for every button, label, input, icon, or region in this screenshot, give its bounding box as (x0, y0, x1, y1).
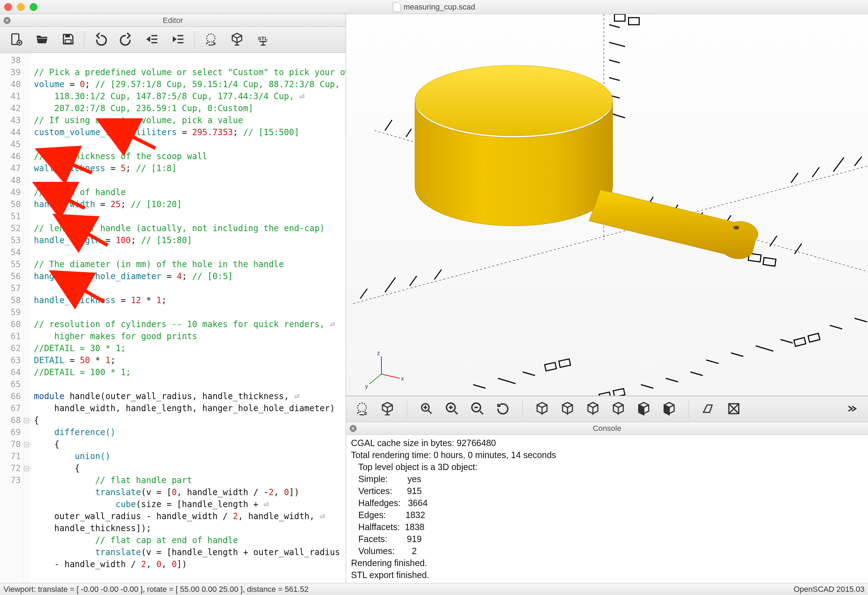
stl-icon: STL (256, 32, 270, 47)
code-line[interactable]: { (34, 438, 346, 450)
code-line[interactable]: //DETAIL = 100 * 1; (34, 366, 346, 379)
code-line[interactable] (34, 246, 346, 258)
code-line[interactable]: handle_length = 100; // [15:80] (34, 234, 346, 246)
open-button[interactable] (30, 29, 55, 50)
ortho-icon (726, 401, 741, 417)
console-line: Facets: 919 (351, 533, 863, 545)
code-line[interactable]: - handle_width / 2, 0, 0]) (34, 558, 346, 570)
code-line[interactable]: // flat handle part (34, 474, 346, 486)
code-line[interactable] (34, 174, 346, 186)
code-line[interactable] (34, 379, 346, 390)
close-console-icon[interactable]: ✕ (350, 425, 357, 432)
code-line[interactable]: difference() (34, 426, 346, 438)
svg-line-31 (406, 129, 411, 137)
code-line[interactable]: handle_thickness = 12 * 1; (34, 294, 346, 306)
perspective-button[interactable] (699, 399, 718, 418)
code-line[interactable]: // width of handle (34, 186, 346, 198)
zoom-fit-icon (419, 401, 434, 417)
code-line[interactable]: // The thickness of the scoop wall (34, 150, 346, 162)
code-line[interactable]: // length of handle (actually, not inclu… (34, 222, 346, 234)
svg-rect-2 (65, 35, 70, 37)
code-line[interactable]: wall_thickness = 5; // [1:8] (34, 162, 346, 174)
right-button[interactable] (609, 399, 628, 418)
indent-icon (172, 32, 186, 47)
code-line[interactable]: module handle(outer_wall_radius, handle_… (34, 390, 346, 402)
code-line[interactable]: // resolution of cylinders -- 10 makes f… (34, 318, 346, 330)
svg-line-53 (781, 340, 793, 343)
zoom-in-button[interactable] (443, 399, 462, 418)
separator (522, 400, 523, 418)
code-line[interactable]: outer_wall_radius - handle_width / 2, ha… (34, 510, 346, 522)
code-line[interactable]: // If using a custom volume, pick a valu… (34, 114, 346, 126)
reset-button[interactable] (493, 399, 512, 418)
code-line[interactable]: // The diameter (in mm) of the hole in t… (34, 258, 346, 270)
svg-line-51 (731, 353, 743, 356)
zoom-out-button[interactable] (468, 399, 487, 418)
code-line[interactable]: cube(size = [handle_length + ⏎ (34, 498, 346, 510)
bottom-button[interactable] (558, 399, 577, 418)
code-line[interactable]: //DETAIL = 30 * 1; (34, 342, 346, 354)
ortho-button[interactable] (724, 399, 743, 418)
code-line[interactable]: higher makes for good prints (34, 330, 346, 342)
new-button[interactable] (3, 29, 28, 50)
code-line[interactable]: handle_width, handle_length, hanger_hole… (34, 402, 346, 414)
3d-viewport[interactable]: z x y (346, 14, 868, 396)
preview-button[interactable] (353, 399, 372, 418)
code-line[interactable] (34, 282, 346, 294)
minimize-window-button[interactable] (17, 3, 25, 11)
top-button[interactable] (533, 399, 552, 418)
code-line[interactable]: 207.02:7/8 Cup, 236.59:1 Cup, 0:Custom] (34, 102, 346, 114)
code-line[interactable]: // flat cap at end of handle (34, 534, 346, 546)
console-line: Simple: yes (351, 473, 863, 485)
close-window-button[interactable] (4, 3, 12, 11)
save-button[interactable] (56, 29, 81, 50)
code-editor[interactable]: 3839404142434445464748495051525354555657… (0, 53, 346, 583)
preview-button[interactable] (198, 29, 223, 50)
code-line[interactable]: handle_thickness]); (34, 522, 346, 534)
svg-text:x: x (401, 376, 404, 381)
console-output[interactable]: CGAL cache size in bytes: 92766480Total … (346, 435, 868, 583)
render-icon (230, 32, 244, 47)
front-button[interactable] (634, 399, 653, 418)
back-button[interactable] (660, 399, 679, 418)
overflow-button[interactable] (843, 399, 862, 418)
status-bar: Viewport: translate = [ -0.00 -0.00 -0.0… (0, 583, 868, 595)
zoom-window-button[interactable] (30, 3, 37, 11)
redo-button[interactable] (114, 29, 139, 50)
code-line[interactable]: volume = 0; // [29.57:1/8 Cup, 59.15:1/4… (34, 78, 346, 90)
code-line[interactable]: translate(v = [0, handle_width / -2, 0]) (34, 486, 346, 498)
render-button[interactable] (378, 399, 397, 418)
top-icon (534, 401, 549, 417)
code-line[interactable] (34, 138, 346, 150)
code-line[interactable] (34, 306, 346, 318)
code-line[interactable]: translate(v = [handle_length + outer_wal… (34, 546, 346, 558)
code-line[interactable] (34, 54, 346, 66)
render-button[interactable] (224, 29, 249, 50)
code-line[interactable]: { (34, 462, 346, 474)
svg-line-45 (855, 157, 862, 166)
code-line[interactable]: hanger_hole_hole_diameter = 4; // [0:5] (34, 270, 346, 282)
svg-line-14 (609, 25, 620, 28)
code-line[interactable]: 118.30:1/2 Cup, 147.87:5/8 Cup, 177.44:3… (34, 90, 346, 102)
code-line[interactable] (34, 210, 346, 222)
svg-rect-24 (808, 333, 819, 342)
console-header: ✕ Console (346, 422, 868, 435)
outdent-button[interactable] (140, 29, 165, 50)
close-panel-icon[interactable]: ✕ (3, 17, 10, 24)
console-pane: ✕ Console CGAL cache size in bytes: 9276… (346, 422, 868, 583)
reset-icon (496, 401, 510, 417)
left-button[interactable] (583, 399, 602, 418)
zoom-fit-button[interactable] (417, 399, 436, 418)
stl-button[interactable]: STL (251, 29, 275, 50)
undo-button[interactable] (88, 29, 113, 50)
code-line[interactable]: { (34, 414, 346, 426)
svg-text:STL: STL (258, 35, 268, 41)
svg-line-59 (641, 385, 653, 388)
separator (84, 31, 84, 49)
code-line[interactable]: union() (34, 450, 346, 462)
code-line[interactable]: DETAIL = 50 * 1; (34, 354, 346, 366)
indent-button[interactable] (166, 29, 191, 50)
code-line[interactable]: custom_volume_in_milliliters = 295.7353;… (34, 126, 346, 138)
code-line[interactable]: // Pick a predefined volume or select "C… (34, 66, 346, 78)
code-line[interactable]: handle_width = 25; // [10:20] (34, 198, 346, 210)
